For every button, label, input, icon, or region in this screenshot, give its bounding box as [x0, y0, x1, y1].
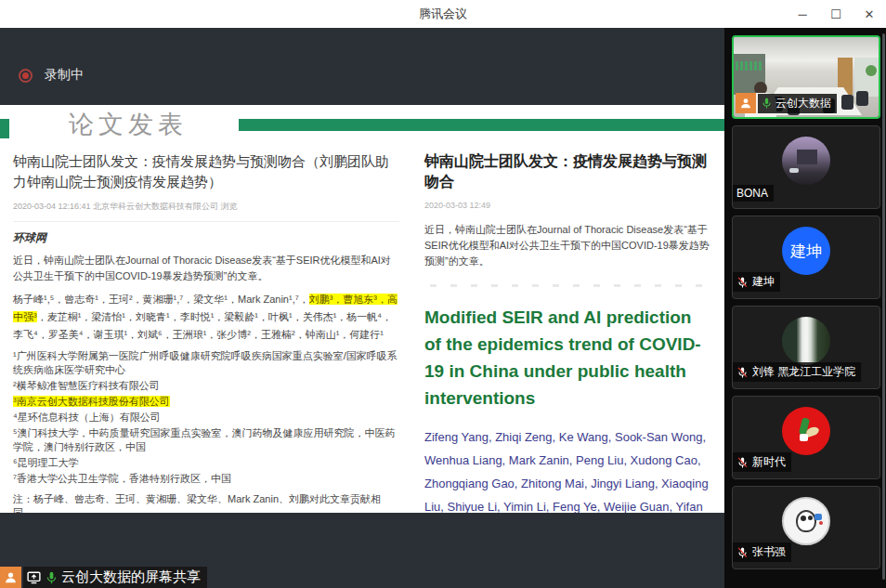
- paper-authors-english: Zifeng Yang, Zhiqi Zeng, Ke Wang, Sook-S…: [424, 425, 711, 513]
- mic-on-icon: [761, 97, 773, 110]
- mic-on-icon: [45, 570, 59, 585]
- member-badge-icon: [0, 567, 21, 588]
- minimize-button[interactable]: ─: [786, 0, 819, 28]
- shared-document: 论文发表 钟南山院士团队发文：疫情发展趋势与预测吻合（刘鹏团队助力钟南山院士预测…: [0, 105, 724, 513]
- affiliation-item-highlighted: ³南京云创大数据科技股份有限公司: [13, 395, 399, 409]
- participant-tile-bona[interactable]: BONA: [732, 125, 880, 209]
- window-titlebar: 腾讯会议 ─ ☐ ✕: [0, 0, 886, 28]
- paper-title-english: Modified SEIR and AI prediction of the e…: [424, 304, 711, 412]
- participant-name: 张书强: [752, 544, 786, 560]
- left-article-meta: 2020-03-04 12:16:41 北京华科云创大数据科技有限公司 浏览: [13, 201, 399, 213]
- left-article-headline: 钟南山院士团队发文：疫情发展趋势与预测吻合（刘鹏团队助力钟南山院士预测疫情发展趋…: [13, 151, 399, 192]
- avatar: 建坤: [782, 227, 830, 275]
- left-article-authors: 杨子峰¹,⁵，曾志奇¹，王珂²，黄湘珊¹,⁷，梁文华¹，Mark Zanin¹,…: [13, 291, 399, 344]
- avatar: [782, 497, 830, 545]
- avatar: [782, 317, 830, 365]
- right-article-headline: 钟南山院士团队发文：疫情发展趋势与预测吻合: [424, 151, 711, 192]
- affiliation-item: ⁴星环信息科技（上海）有限公司: [13, 411, 399, 425]
- recording-indicator: 录制中: [19, 67, 84, 84]
- participant-name: BONA: [736, 187, 768, 200]
- affiliations-list: ¹广州医科大学附属第一医院广州呼吸健康研究院呼吸疾病国家重点实验室/国家呼吸系统…: [13, 349, 399, 486]
- recording-label: 录制中: [45, 67, 84, 84]
- participant-tile-yunchuang[interactable]: 云创大数据: [732, 35, 880, 119]
- mic-muted-icon: [736, 276, 749, 289]
- screen-share-icon: [26, 569, 42, 585]
- member-badge-icon: [736, 93, 756, 113]
- person-icon: [4, 570, 18, 584]
- participant-tile-xinshidai[interactable]: 新时代: [732, 396, 880, 479]
- left-article-source: 环球网: [13, 230, 399, 246]
- window-title: 腾讯会议: [0, 0, 886, 28]
- page-title: 论文发表: [69, 108, 188, 141]
- affiliation-item: ²横琴鲸准智慧医疗科技有限公司: [13, 379, 399, 393]
- participant-tile-jiankun[interactable]: 建坤 建坤: [732, 216, 880, 299]
- participant-name: 新时代: [752, 454, 786, 470]
- affiliation-item: ¹广州医科大学附属第一医院广州呼吸健康研究院呼吸疾病国家重点实验室/国家呼吸系统…: [13, 349, 399, 377]
- participant-name: 刘锋 黑龙江工业学院: [752, 364, 855, 380]
- header-accent-square: [0, 119, 9, 138]
- contribution-note: 注：杨子峰、曾志奇、王珂、黄湘珊、梁文华、Mark Zanin、刘鹏对此文章贡献…: [13, 492, 399, 513]
- shared-screen-region: 录制中 论文发表 钟南山院士团队发文：疫情发展趋势与预测吻合（刘鹏团队助力钟南山…: [0, 28, 724, 588]
- left-article-intro: 近日，钟南山院士团队在Journal of Thoracic Disease发表…: [13, 253, 399, 284]
- participant-tile-liufeng[interactable]: 刘锋 黑龙江工业学院: [732, 306, 880, 389]
- participant-name: 云创大数据: [775, 96, 831, 111]
- recording-dot-icon: [19, 69, 33, 83]
- sidebar-scrollbar[interactable]: [882, 33, 885, 580]
- person-icon: [739, 97, 752, 110]
- left-article: 钟南山院士团队发文：疫情发展趋势与预测吻合（刘鹏团队助力钟南山院士预测疫情发展趋…: [13, 151, 409, 513]
- avatar: [782, 407, 830, 455]
- affiliation-item: ⁷香港大学公共卫生学院，香港特别行政区，中国: [13, 472, 399, 486]
- affiliation-item: ⁶昆明理工大学: [13, 456, 399, 470]
- mic-muted-icon: [736, 546, 749, 559]
- illegible-text-row: [430, 284, 702, 287]
- right-article: 钟南山院士团队发文：疫情发展趋势与预测吻合 2020-03-03 12:49 近…: [409, 151, 724, 513]
- participants-sidebar: 云创大数据 BONA 建坤 建坤: [724, 28, 886, 588]
- mic-muted-icon: [736, 456, 749, 469]
- mic-muted-icon: [736, 366, 749, 379]
- right-article-intro: 近日，钟南山院士团队在Journal of Thoracic Disease发表…: [424, 222, 711, 269]
- participant-name: 建坤: [752, 274, 775, 290]
- close-button[interactable]: ✕: [853, 0, 886, 28]
- divider: [13, 221, 399, 222]
- header-accent-bar: [239, 119, 724, 131]
- avatar: [782, 137, 830, 185]
- affiliation-item: ⁵澳门科技大学，中药质量研究国家重点实验室，澳门药物及健康应用研究院，中医药学院…: [13, 426, 399, 454]
- screen-share-status: 云创大数据的屏幕共享: [0, 567, 207, 588]
- participant-tile-zhangshuqiang[interactable]: 张书强: [732, 486, 880, 569]
- screen-share-label: 云创大数据的屏幕共享: [61, 568, 201, 586]
- maximize-button[interactable]: ☐: [819, 0, 853, 28]
- right-article-date: 2020-03-03 12:49: [424, 201, 711, 210]
